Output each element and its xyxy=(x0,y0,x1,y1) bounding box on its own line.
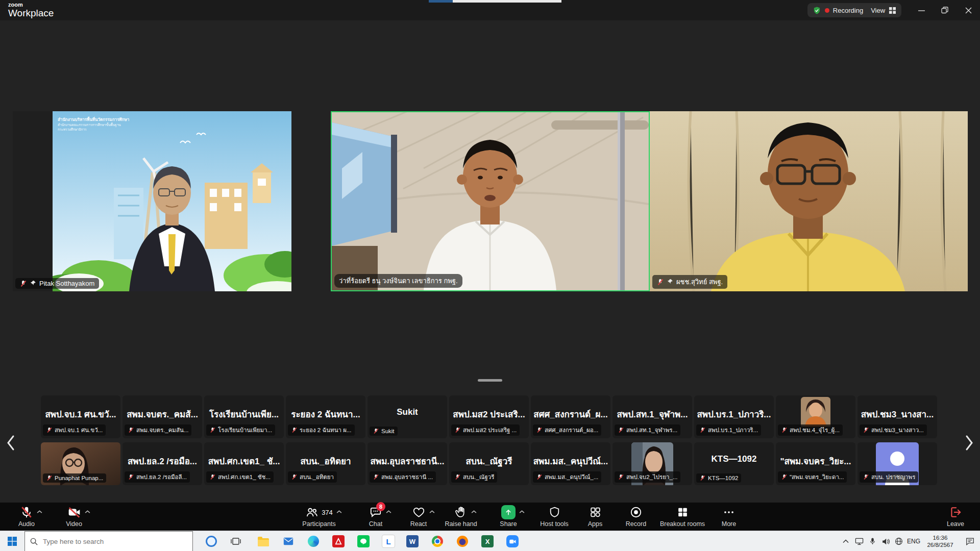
participant-video xyxy=(650,111,968,291)
language-indicator[interactable]: ENG xyxy=(904,531,923,551)
participant-tile[interactable]: สพป.ชม.4_จุ๋ไร_ผู้... xyxy=(776,395,855,438)
participant-tile[interactable]: KTS—1092 KTS—1092 xyxy=(694,442,774,485)
participant-tile[interactable]: Sukit Sukit xyxy=(368,395,447,438)
meeting-status-pill: Recording View xyxy=(807,3,901,17)
excel-icon[interactable]: X xyxy=(476,531,499,551)
presentation-slide-video xyxy=(53,111,291,291)
participant-tile[interactable]: สบน._ณัฐวรี สบน._ณัฐวรี xyxy=(449,442,529,485)
heart-icon xyxy=(412,506,426,519)
file-explorer-icon[interactable] xyxy=(252,531,275,551)
recording-label: Recording xyxy=(833,7,863,14)
recording-dot-icon xyxy=(825,8,829,13)
participant-tile[interactable]: สพม.จบตร._คมส้... สพม.จบตร._คมสัน... xyxy=(122,395,202,438)
leave-button[interactable]: Leave xyxy=(925,505,980,528)
video-tile-active-speaker[interactable]: ว่าที่ร้อยตรี ธนุ วงษ์จินดา เลขาธิการ กพ… xyxy=(331,111,650,291)
start-button[interactable] xyxy=(0,531,24,551)
tray-mic-icon[interactable] xyxy=(866,531,879,551)
participant-tile[interactable]: สพป.จบ.1 ศน.ขวั... สพป.จบ.1 ศน.ขวั... xyxy=(41,395,120,438)
participant-tile[interactable]: สพป.ยล.2 /รอมือ... สพป.ยล.2 /รอมือลี... xyxy=(122,442,202,485)
leave-icon xyxy=(949,506,962,519)
chrome-icon[interactable] xyxy=(426,531,449,551)
search-icon xyxy=(30,538,38,545)
security-shield-icon[interactable] xyxy=(813,6,821,15)
participants-count: 374 xyxy=(322,509,333,516)
l-app-icon[interactable]: L xyxy=(377,531,400,551)
chevron-up-icon[interactable] xyxy=(37,510,42,514)
mail-icon[interactable] xyxy=(277,531,300,551)
line-app-icon[interactable] xyxy=(352,531,375,551)
close-button[interactable] xyxy=(957,0,980,20)
background-window-sliver-white xyxy=(453,0,561,3)
mic-off-icon xyxy=(455,474,460,480)
chat-unread-badge: 8 xyxy=(376,502,385,511)
participant-tile[interactable]: โรงเรียนบ้านเพีย... โรงเรียนบ้านเพียมา..… xyxy=(204,395,284,438)
view-button-label[interactable]: View xyxy=(871,7,885,14)
task-view-button[interactable] xyxy=(225,531,247,551)
mic-off-icon xyxy=(536,427,542,433)
breakout-rooms-icon xyxy=(676,506,689,519)
mic-off-icon xyxy=(700,427,705,433)
more-button[interactable]: More xyxy=(698,505,760,528)
action-center-icon[interactable] xyxy=(962,531,978,551)
zoom-app-icon[interactable] xyxy=(501,531,524,551)
chevron-up-icon[interactable] xyxy=(85,510,90,514)
clock-date: 26/8/2567 xyxy=(927,541,953,548)
participant-tile[interactable]: สพม.อุบลราชธานี... สพม.อุบลราชธานี ... xyxy=(368,442,447,485)
mic-off-icon xyxy=(455,427,460,433)
participant-tile[interactable]: สพป.สท.1_จุฬาพ... สพป.สท.1_จุฬาพร... xyxy=(612,395,692,438)
gallery-next-arrow[interactable] xyxy=(961,431,978,455)
tray-network-globe-icon[interactable] xyxy=(892,531,905,551)
gallery-drag-handle[interactable] xyxy=(478,379,502,382)
mic-off-icon xyxy=(373,474,379,480)
firefox-icon[interactable] xyxy=(451,531,474,551)
video-button[interactable]: Video xyxy=(43,505,105,528)
participant-tile[interactable]: สพป.บร.1_ปภาวริ... สพป.บร.1_ปภาวริ... xyxy=(694,395,774,438)
tray-display-icon[interactable] xyxy=(852,531,866,551)
search-input[interactable] xyxy=(42,537,182,546)
participant-tile[interactable]: สพป.ศก.เขต1_ ชั... สพป.ศก.เขต1_ ชัช... xyxy=(204,442,284,485)
clock[interactable]: 16:36 26/8/2567 xyxy=(923,531,958,551)
participant-tile[interactable]: "สพม.จบคร_วิยะ... "สพม.จบตร_วิยะดา... xyxy=(776,442,855,485)
participant-tile[interactable]: Punaphat Punap... xyxy=(41,442,120,485)
gallery-prev-arrow[interactable] xyxy=(2,431,19,455)
mic-off-icon xyxy=(46,427,52,433)
taskbar-search[interactable] xyxy=(24,531,193,551)
gallery-row-2: Punaphat Punap... สพป.ยล.2 /รอมือ... สพป… xyxy=(41,442,941,485)
participant-tile[interactable]: สบน. ปราชญาพร xyxy=(857,442,937,485)
cortana-button[interactable] xyxy=(200,531,223,551)
clock-time: 16:36 xyxy=(927,534,953,541)
mic-off-icon xyxy=(536,474,542,480)
slide-title-text: สำนักงานบริหารพื้นที่นวัตกรรมการศึกษา สำ… xyxy=(58,117,129,132)
record-icon xyxy=(629,506,643,519)
meeting-toolbar: Audio Video 374 Parti xyxy=(0,503,980,531)
background-window-sliver-blue xyxy=(429,0,453,3)
chevron-up-icon[interactable] xyxy=(336,510,342,514)
windows-logo-icon xyxy=(8,537,17,546)
tray-volume-icon[interactable] xyxy=(879,531,892,551)
participant-tile[interactable]: สบน._อทิตยา สบน._อทิตยา xyxy=(286,442,365,485)
video-tile-pitak[interactable]: สำนักงานบริหารพื้นที่นวัตกรรมการศึกษา สำ… xyxy=(13,111,291,291)
participant-tile[interactable]: สศศ_สงกรานต์_ผ... สศศ_สงกรานต์_ผอ... xyxy=(531,395,610,438)
participants-button[interactable]: 374 Participants xyxy=(288,505,350,528)
minimize-button[interactable] xyxy=(910,0,933,20)
chevron-up-icon[interactable] xyxy=(471,510,477,514)
video-tile-suwit[interactable]: ผชช.สุวิทย์ สพฐ. xyxy=(650,111,968,291)
participant-tile[interactable]: สพม.มส._คนุปวีณ์... สพม.มส._ดนุปวีณ์_... xyxy=(531,442,610,485)
camera-off-icon xyxy=(67,506,81,519)
participant-tile[interactable]: สพป.มส2 ประเสริ... สพป.มส2 ประเสริฐ ... xyxy=(449,395,529,438)
mic-off-icon xyxy=(618,474,624,480)
view-grid-icon[interactable] xyxy=(889,7,896,14)
mic-off-icon xyxy=(863,427,869,433)
acrobat-icon[interactable] xyxy=(327,531,350,551)
participant-tile[interactable]: ระยอง 2 ฉันทนา... ระยอง 2 ฉันทนา ผ... xyxy=(286,395,365,438)
mic-off-icon xyxy=(863,474,869,480)
participant-tile[interactable]: สพป.จบ2_ไปรยา_... xyxy=(612,442,692,485)
edge-browser-icon[interactable] xyxy=(302,531,325,551)
participant-tile[interactable]: สพป.ชม3_นางสา... สพป.ชม3_นางสาว... xyxy=(857,395,937,438)
pin-icon xyxy=(30,280,36,287)
word-icon[interactable]: W xyxy=(401,531,424,551)
avatar xyxy=(801,397,830,429)
restore-button[interactable] xyxy=(933,0,957,20)
participant-name-text: Pitak Sotthayakom xyxy=(39,280,94,287)
tray-expand-chevron[interactable] xyxy=(839,531,852,551)
